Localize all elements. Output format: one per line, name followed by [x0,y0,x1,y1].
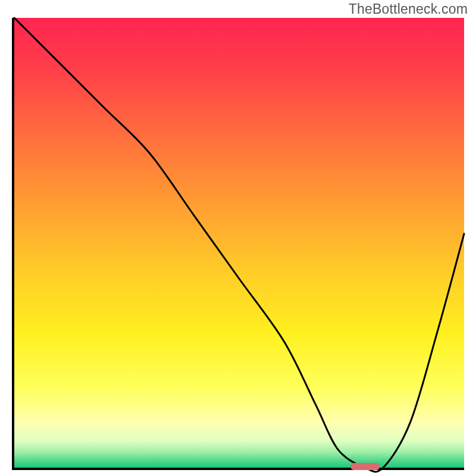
attribution-text: TheBottleneck.com [349,1,468,17]
chart-wrapper: TheBottleneck.com [0,0,476,476]
chart-svg [14,18,464,468]
optimal-marker [350,463,380,470]
